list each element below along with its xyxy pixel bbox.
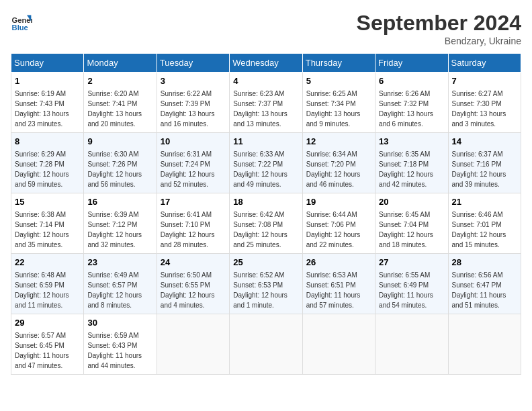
- daylight-text: Daylight: 12 hours and 59 minutes.: [15, 171, 69, 188]
- daylight-text: Daylight: 12 hours and 32 minutes.: [87, 231, 142, 248]
- header-saturday: Saturday: [448, 54, 521, 73]
- sunrise-text: Sunrise: 6:34 AM: [306, 150, 357, 158]
- day-number: 27: [379, 257, 444, 269]
- svg-text:Blue: Blue: [12, 24, 28, 32]
- calendar-cell: 5 Sunrise: 6:25 AM Sunset: 7:34 PM Dayli…: [302, 73, 375, 133]
- day-number: 12: [306, 136, 371, 148]
- sunrise-text: Sunrise: 6:59 AM: [87, 332, 138, 339]
- calendar-cell: [230, 314, 302, 375]
- sunrise-text: Sunrise: 6:41 AM: [161, 211, 212, 218]
- header-wednesday: Wednesday: [230, 54, 302, 73]
- sunset-text: Sunset: 7:22 PM: [233, 161, 283, 168]
- title-block: September 2024 Bendzary, Ukraine: [357, 11, 521, 46]
- sunrise-text: Sunrise: 6:53 AM: [306, 271, 357, 279]
- sunrise-text: Sunrise: 6:29 AM: [15, 150, 66, 158]
- calendar-row: 29 Sunrise: 6:57 AM Sunset: 6:45 PM Dayl…: [11, 314, 521, 375]
- sunrise-text: Sunrise: 6:50 AM: [161, 271, 212, 279]
- sunset-text: Sunset: 6:51 PM: [306, 281, 356, 289]
- daylight-text: Daylight: 11 hours and 54 minutes.: [379, 291, 433, 309]
- sunrise-text: Sunrise: 6:55 AM: [379, 271, 430, 279]
- calendar-cell: 22 Sunrise: 6:48 AM Sunset: 6:59 PM Dayl…: [11, 254, 84, 314]
- sunrise-text: Sunrise: 6:56 AM: [452, 271, 503, 279]
- sunset-text: Sunset: 6:49 PM: [379, 281, 429, 289]
- calendar-cell: 23 Sunrise: 6:49 AM Sunset: 6:57 PM Dayl…: [84, 254, 157, 314]
- day-number: 24: [161, 257, 226, 269]
- sunset-text: Sunset: 6:53 PM: [233, 281, 283, 289]
- daylight-text: Daylight: 12 hours and 22 minutes.: [306, 231, 361, 248]
- daylight-text: Daylight: 12 hours and 39 minutes.: [452, 171, 506, 188]
- daylight-text: Daylight: 12 hours and 15 minutes.: [452, 231, 506, 248]
- sunrise-text: Sunrise: 6:38 AM: [15, 211, 66, 218]
- daylight-text: Daylight: 13 hours and 6 minutes.: [379, 110, 433, 128]
- calendar-row: 22 Sunrise: 6:48 AM Sunset: 6:59 PM Dayl…: [11, 254, 521, 314]
- sunrise-text: Sunrise: 6:37 AM: [452, 150, 503, 158]
- day-number: 19: [306, 196, 371, 208]
- day-number: 1: [15, 75, 80, 87]
- header-monday: Monday: [84, 54, 157, 73]
- calendar-cell: 6 Sunrise: 6:26 AM Sunset: 7:32 PM Dayli…: [375, 73, 448, 133]
- day-number: 15: [15, 196, 80, 208]
- daylight-text: Daylight: 12 hours and 8 minutes.: [87, 291, 142, 309]
- calendar-cell: 24 Sunrise: 6:50 AM Sunset: 6:55 PM Dayl…: [157, 254, 229, 314]
- sunset-text: Sunset: 7:16 PM: [452, 161, 502, 168]
- sunset-text: Sunset: 7:43 PM: [15, 100, 64, 107]
- sunrise-text: Sunrise: 6:20 AM: [87, 90, 138, 97]
- logo: General Blue: [11, 11, 32, 32]
- calendar-cell: [302, 314, 375, 375]
- sunrise-text: Sunrise: 6:57 AM: [15, 332, 66, 339]
- calendar-cell: [448, 314, 521, 375]
- sunset-text: Sunset: 7:10 PM: [161, 221, 210, 228]
- daylight-text: Daylight: 11 hours and 51 minutes.: [452, 291, 506, 309]
- daylight-text: Daylight: 13 hours and 20 minutes.: [87, 110, 142, 128]
- day-number: 20: [379, 196, 444, 208]
- sunrise-text: Sunrise: 6:45 AM: [379, 211, 430, 218]
- sunset-text: Sunset: 6:57 PM: [87, 281, 137, 289]
- sunset-text: Sunset: 7:39 PM: [161, 100, 210, 107]
- location-subtitle: Bendzary, Ukraine: [357, 36, 521, 46]
- daylight-text: Daylight: 13 hours and 3 minutes.: [452, 110, 506, 128]
- calendar-cell: 11 Sunrise: 6:33 AM Sunset: 7:22 PM Dayl…: [230, 133, 302, 193]
- sunset-text: Sunset: 7:37 PM: [233, 100, 283, 107]
- sunrise-text: Sunrise: 6:42 AM: [233, 211, 284, 218]
- header-sunday: Sunday: [11, 54, 84, 73]
- day-number: 2: [87, 75, 152, 87]
- sunrise-text: Sunrise: 6:52 AM: [233, 271, 284, 279]
- sunset-text: Sunset: 6:47 PM: [452, 281, 502, 289]
- daylight-text: Daylight: 12 hours and 4 minutes.: [161, 291, 215, 309]
- sunset-text: Sunset: 7:06 PM: [306, 221, 356, 228]
- sunset-text: Sunset: 7:30 PM: [452, 100, 502, 107]
- daylight-text: Daylight: 12 hours and 56 minutes.: [87, 171, 142, 188]
- sunset-text: Sunset: 6:43 PM: [87, 342, 137, 349]
- day-number: 29: [15, 317, 80, 329]
- daylight-text: Daylight: 12 hours and 35 minutes.: [15, 231, 69, 248]
- calendar-cell: 26 Sunrise: 6:53 AM Sunset: 6:51 PM Dayl…: [302, 254, 375, 314]
- day-number: 10: [161, 136, 226, 148]
- daylight-text: Daylight: 12 hours and 18 minutes.: [379, 231, 433, 248]
- day-number: 13: [379, 136, 444, 148]
- sunset-text: Sunset: 7:41 PM: [87, 100, 137, 107]
- calendar-cell: 15 Sunrise: 6:38 AM Sunset: 7:14 PM Dayl…: [11, 193, 84, 254]
- day-number: 18: [233, 196, 298, 208]
- sunrise-text: Sunrise: 6:22 AM: [161, 90, 212, 97]
- sunset-text: Sunset: 7:20 PM: [306, 161, 356, 168]
- calendar-cell: 3 Sunrise: 6:22 AM Sunset: 7:39 PM Dayli…: [157, 73, 229, 133]
- sunrise-text: Sunrise: 6:35 AM: [379, 150, 430, 158]
- day-number: 22: [15, 257, 80, 269]
- day-number: 7: [452, 75, 517, 87]
- daylight-text: Daylight: 11 hours and 57 minutes.: [306, 291, 361, 309]
- sunset-text: Sunset: 7:32 PM: [379, 100, 429, 107]
- calendar-cell: 25 Sunrise: 6:52 AM Sunset: 6:53 PM Dayl…: [230, 254, 302, 314]
- day-number: 26: [306, 257, 371, 269]
- sunrise-text: Sunrise: 6:23 AM: [233, 90, 284, 97]
- calendar-cell: 17 Sunrise: 6:41 AM Sunset: 7:10 PM Dayl…: [157, 193, 229, 254]
- calendar-cell: 4 Sunrise: 6:23 AM Sunset: 7:37 PM Dayli…: [230, 73, 302, 133]
- daylight-text: Daylight: 12 hours and 46 minutes.: [306, 171, 361, 188]
- sunset-text: Sunset: 7:04 PM: [379, 221, 429, 228]
- month-title: September 2024: [357, 11, 521, 36]
- sunrise-text: Sunrise: 6:31 AM: [161, 150, 212, 158]
- calendar-cell: 13 Sunrise: 6:35 AM Sunset: 7:18 PM Dayl…: [375, 133, 448, 193]
- sunrise-text: Sunrise: 6:26 AM: [379, 90, 430, 97]
- daylight-text: Daylight: 12 hours and 42 minutes.: [379, 171, 433, 188]
- calendar-cell: 21 Sunrise: 6:46 AM Sunset: 7:01 PM Dayl…: [448, 193, 521, 254]
- sunrise-text: Sunrise: 6:46 AM: [452, 211, 503, 218]
